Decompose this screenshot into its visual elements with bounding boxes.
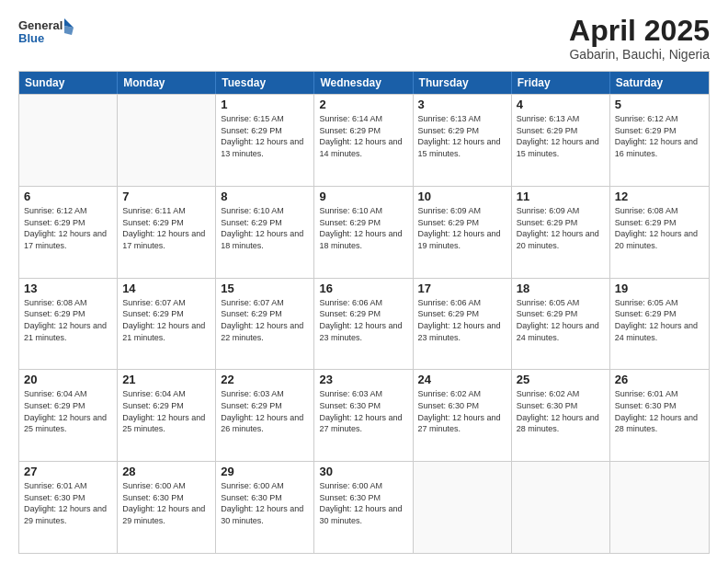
day-number: 19 <box>615 282 704 295</box>
cal-cell: 16Sunrise: 6:06 AM Sunset: 6:29 PM Dayli… <box>314 279 413 370</box>
day-info: Sunrise: 6:02 AM Sunset: 6:30 PM Dayligh… <box>418 388 506 434</box>
cal-cell: 1Sunrise: 6:15 AM Sunset: 6:29 PM Daylig… <box>216 95 314 186</box>
cal-cell: 23Sunrise: 6:03 AM Sunset: 6:30 PM Dayli… <box>314 370 413 461</box>
day-number: 3 <box>418 98 506 111</box>
cal-week-3: 13Sunrise: 6:08 AM Sunset: 6:29 PM Dayli… <box>19 278 709 370</box>
cal-cell: 9Sunrise: 6:10 AM Sunset: 6:29 PM Daylig… <box>314 187 413 278</box>
day-number: 20 <box>24 373 112 386</box>
cal-cell: 17Sunrise: 6:06 AM Sunset: 6:29 PM Dayli… <box>414 279 512 370</box>
day-number: 24 <box>418 373 506 386</box>
svg-text:Blue: Blue <box>18 31 44 45</box>
cal-week-2: 6Sunrise: 6:12 AM Sunset: 6:29 PM Daylig… <box>19 186 709 278</box>
day-info: Sunrise: 6:00 AM Sunset: 6:30 PM Dayligh… <box>122 480 210 526</box>
day-info: Sunrise: 6:12 AM Sunset: 6:29 PM Dayligh… <box>615 113 704 159</box>
cal-cell: 14Sunrise: 6:07 AM Sunset: 6:29 PM Dayli… <box>118 279 216 370</box>
calendar-body: 1Sunrise: 6:15 AM Sunset: 6:29 PM Daylig… <box>19 94 709 553</box>
day-number: 9 <box>319 190 407 203</box>
cal-cell: 6Sunrise: 6:12 AM Sunset: 6:29 PM Daylig… <box>19 187 118 278</box>
day-info: Sunrise: 6:03 AM Sunset: 6:30 PM Dayligh… <box>319 388 407 434</box>
cal-cell: 29Sunrise: 6:00 AM Sunset: 6:30 PM Dayli… <box>216 462 314 553</box>
day-info: Sunrise: 6:03 AM Sunset: 6:29 PM Dayligh… <box>221 388 309 434</box>
cal-cell: 2Sunrise: 6:14 AM Sunset: 6:29 PM Daylig… <box>314 95 413 186</box>
cal-cell <box>19 95 118 186</box>
header: General Blue April 2025 Gabarin, Bauchi,… <box>18 15 710 62</box>
day-info: Sunrise: 6:07 AM Sunset: 6:29 PM Dayligh… <box>221 297 309 343</box>
day-number: 23 <box>319 373 407 386</box>
day-info: Sunrise: 6:06 AM Sunset: 6:29 PM Dayligh… <box>319 297 407 343</box>
cal-cell <box>414 462 512 553</box>
day-number: 1 <box>221 98 309 111</box>
cal-week-1: 1Sunrise: 6:15 AM Sunset: 6:29 PM Daylig… <box>19 94 709 186</box>
day-info: Sunrise: 6:14 AM Sunset: 6:29 PM Dayligh… <box>319 113 407 159</box>
day-number: 6 <box>24 190 112 203</box>
cal-cell: 20Sunrise: 6:04 AM Sunset: 6:29 PM Dayli… <box>19 370 118 461</box>
day-info: Sunrise: 6:00 AM Sunset: 6:30 PM Dayligh… <box>319 480 407 526</box>
cal-cell: 15Sunrise: 6:07 AM Sunset: 6:29 PM Dayli… <box>216 279 314 370</box>
day-number: 21 <box>122 373 210 386</box>
day-info: Sunrise: 6:04 AM Sunset: 6:29 PM Dayligh… <box>24 388 112 434</box>
day-number: 4 <box>517 98 605 111</box>
day-info: Sunrise: 6:02 AM Sunset: 6:30 PM Dayligh… <box>517 388 605 434</box>
day-number: 2 <box>319 98 407 111</box>
cal-cell: 11Sunrise: 6:09 AM Sunset: 6:29 PM Dayli… <box>512 187 610 278</box>
day-info: Sunrise: 6:08 AM Sunset: 6:29 PM Dayligh… <box>24 297 112 343</box>
cal-header-day: Friday <box>512 72 610 94</box>
day-number: 8 <box>221 190 309 203</box>
day-number: 10 <box>418 190 506 203</box>
day-number: 5 <box>615 98 704 111</box>
cal-cell: 19Sunrise: 6:05 AM Sunset: 6:29 PM Dayli… <box>610 279 709 370</box>
day-number: 15 <box>221 282 309 295</box>
cal-cell: 8Sunrise: 6:10 AM Sunset: 6:29 PM Daylig… <box>216 187 314 278</box>
cal-cell: 7Sunrise: 6:11 AM Sunset: 6:29 PM Daylig… <box>118 187 216 278</box>
cal-cell: 13Sunrise: 6:08 AM Sunset: 6:29 PM Dayli… <box>19 279 118 370</box>
page: General Blue April 2025 Gabarin, Bauchi,… <box>0 0 728 563</box>
day-info: Sunrise: 6:09 AM Sunset: 6:29 PM Dayligh… <box>517 205 605 251</box>
day-number: 11 <box>517 190 605 203</box>
cal-cell <box>118 95 216 186</box>
cal-cell: 12Sunrise: 6:08 AM Sunset: 6:29 PM Dayli… <box>610 187 709 278</box>
cal-header-day: Tuesday <box>216 72 314 94</box>
day-info: Sunrise: 6:01 AM Sunset: 6:30 PM Dayligh… <box>24 480 112 526</box>
cal-cell: 26Sunrise: 6:01 AM Sunset: 6:30 PM Dayli… <box>610 370 709 461</box>
day-info: Sunrise: 6:13 AM Sunset: 6:29 PM Dayligh… <box>517 113 605 159</box>
cal-cell <box>512 462 610 553</box>
cal-header-day: Saturday <box>610 72 709 94</box>
day-number: 25 <box>517 373 605 386</box>
cal-cell: 21Sunrise: 6:04 AM Sunset: 6:29 PM Dayli… <box>118 370 216 461</box>
day-info: Sunrise: 6:13 AM Sunset: 6:29 PM Dayligh… <box>418 113 506 159</box>
cal-cell: 5Sunrise: 6:12 AM Sunset: 6:29 PM Daylig… <box>610 95 709 186</box>
cal-week-4: 20Sunrise: 6:04 AM Sunset: 6:29 PM Dayli… <box>19 369 709 461</box>
day-info: Sunrise: 6:07 AM Sunset: 6:29 PM Dayligh… <box>122 297 210 343</box>
cal-cell: 25Sunrise: 6:02 AM Sunset: 6:30 PM Dayli… <box>512 370 610 461</box>
cal-cell <box>610 462 709 553</box>
day-number: 13 <box>24 282 112 295</box>
calendar-title: April 2025 <box>569 15 710 47</box>
day-number: 18 <box>517 282 605 295</box>
day-info: Sunrise: 6:10 AM Sunset: 6:29 PM Dayligh… <box>319 205 407 251</box>
day-number: 17 <box>418 282 506 295</box>
cal-header-day: Monday <box>118 72 216 94</box>
cal-cell: 10Sunrise: 6:09 AM Sunset: 6:29 PM Dayli… <box>414 187 512 278</box>
cal-week-5: 27Sunrise: 6:01 AM Sunset: 6:30 PM Dayli… <box>19 461 709 553</box>
day-info: Sunrise: 6:15 AM Sunset: 6:29 PM Dayligh… <box>221 113 309 159</box>
day-info: Sunrise: 6:05 AM Sunset: 6:29 PM Dayligh… <box>615 297 704 343</box>
cal-cell: 22Sunrise: 6:03 AM Sunset: 6:29 PM Dayli… <box>216 370 314 461</box>
cal-cell: 24Sunrise: 6:02 AM Sunset: 6:30 PM Dayli… <box>414 370 512 461</box>
day-info: Sunrise: 6:08 AM Sunset: 6:29 PM Dayligh… <box>615 205 704 251</box>
day-info: Sunrise: 6:12 AM Sunset: 6:29 PM Dayligh… <box>24 205 112 251</box>
cal-cell: 28Sunrise: 6:00 AM Sunset: 6:30 PM Dayli… <box>118 462 216 553</box>
day-info: Sunrise: 6:00 AM Sunset: 6:30 PM Dayligh… <box>221 480 309 526</box>
cal-header-day: Sunday <box>19 72 118 94</box>
calendar: SundayMondayTuesdayWednesdayThursdayFrid… <box>18 71 710 554</box>
day-number: 29 <box>221 465 309 478</box>
day-info: Sunrise: 6:04 AM Sunset: 6:29 PM Dayligh… <box>122 388 210 434</box>
cal-cell: 27Sunrise: 6:01 AM Sunset: 6:30 PM Dayli… <box>19 462 118 553</box>
logo: General Blue <box>18 15 74 52</box>
cal-header-day: Thursday <box>414 72 512 94</box>
calendar-subtitle: Gabarin, Bauchi, Nigeria <box>569 47 710 62</box>
day-info: Sunrise: 6:09 AM Sunset: 6:29 PM Dayligh… <box>418 205 506 251</box>
title-block: April 2025 Gabarin, Bauchi, Nigeria <box>569 15 710 62</box>
day-info: Sunrise: 6:01 AM Sunset: 6:30 PM Dayligh… <box>615 388 704 434</box>
day-number: 26 <box>615 373 704 386</box>
day-number: 7 <box>122 190 210 203</box>
